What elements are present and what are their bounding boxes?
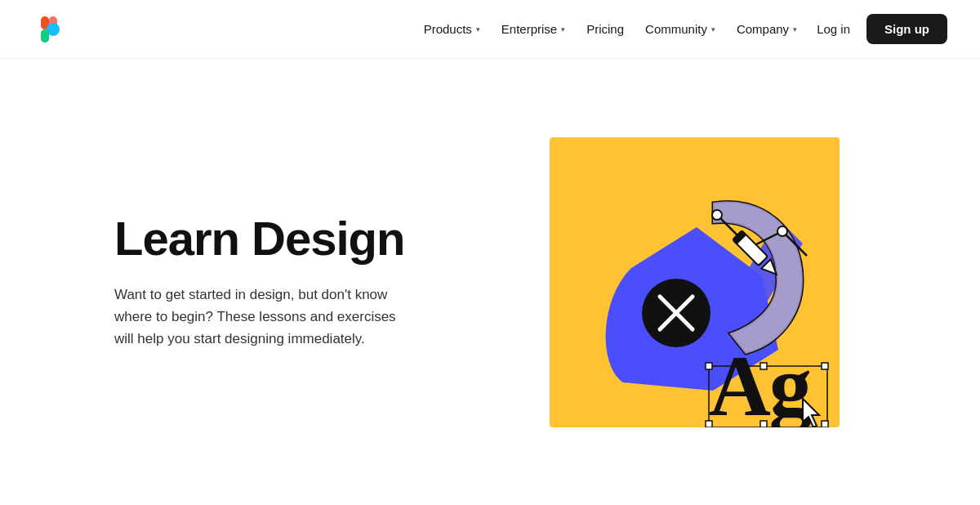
login-button[interactable]: Log in <box>805 17 862 41</box>
hero-section: Learn Design Want to get started in desi… <box>0 59 980 505</box>
hero-description: Want to get started in design, but don't… <box>114 284 408 351</box>
svg-rect-21 <box>760 363 767 369</box>
hero-illustration: Ag <box>523 137 866 427</box>
svg-rect-22 <box>760 421 767 427</box>
community-dropdown-arrow: ▾ <box>711 25 715 34</box>
signup-button[interactable]: Sign up <box>866 14 947 44</box>
illustration-box: Ag <box>550 137 840 427</box>
nav-products[interactable]: Products ▾ <box>416 17 488 41</box>
hero-text: Learn Design Want to get started in desi… <box>114 214 457 350</box>
svg-point-5 <box>712 210 722 220</box>
svg-rect-20 <box>822 421 828 427</box>
svg-rect-17 <box>706 363 712 369</box>
svg-rect-4 <box>41 29 49 42</box>
nav-pricing[interactable]: Pricing <box>578 17 632 41</box>
navbar: Products ▾ Enterprise ▾ Pricing Communit… <box>0 0 980 59</box>
figma-logo[interactable] <box>33 13 65 46</box>
hero-title: Learn Design <box>114 214 457 264</box>
nav-community[interactable]: Community ▾ <box>637 17 724 41</box>
enterprise-dropdown-arrow: ▾ <box>561 25 565 34</box>
svg-rect-18 <box>822 363 828 369</box>
svg-rect-19 <box>706 421 712 427</box>
nav-links: Products ▾ Enterprise ▾ Pricing Communit… <box>416 17 806 41</box>
nav-enterprise[interactable]: Enterprise ▾ <box>493 17 573 41</box>
svg-point-7 <box>777 226 787 236</box>
products-dropdown-arrow: ▾ <box>476 25 480 34</box>
illustration-svg: Ag <box>550 137 840 427</box>
company-dropdown-arrow: ▾ <box>793 25 797 34</box>
svg-text:Ag: Ag <box>709 338 812 427</box>
nav-company[interactable]: Company ▾ <box>728 17 805 41</box>
